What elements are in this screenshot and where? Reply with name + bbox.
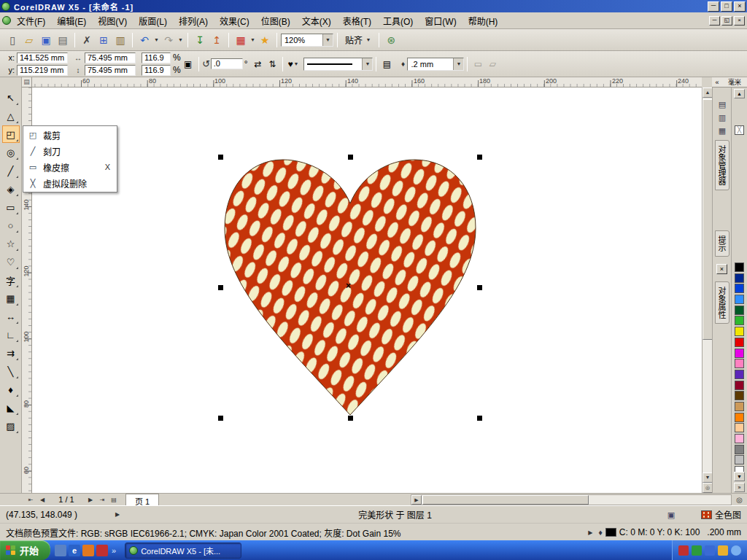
doc-close-button[interactable]: ×	[734, 16, 745, 26]
fill-swatch[interactable]	[701, 510, 712, 519]
open-button[interactable]: ▱	[21, 32, 37, 48]
welcome-screen-button[interactable]: ★	[257, 32, 273, 48]
text-tool[interactable]: 字	[2, 271, 20, 289]
menu-text[interactable]: 文本(X)	[296, 13, 337, 28]
scroll-down-button[interactable]: ▼	[703, 472, 713, 483]
color-swatch[interactable]	[735, 359, 744, 368]
redo-button[interactable]: ↷	[160, 32, 177, 48]
minimize-button[interactable]: －	[708, 1, 719, 12]
add-page-button[interactable]: ▤	[108, 494, 120, 505]
color-swatch[interactable]	[735, 273, 744, 283]
undo-button[interactable]: ↶	[136, 32, 152, 48]
app-launcher-dropdown[interactable]: ▼	[249, 37, 256, 42]
vertical-scrollbar[interactable]: ▲ ▼ ◎	[702, 88, 712, 493]
quick-launch-app-icon[interactable]	[96, 545, 108, 556]
object-height-field[interactable]: 75.495 mm	[85, 65, 136, 76]
shape-tool[interactable]: △	[2, 107, 20, 125]
basic-shapes-tool[interactable]: ♡	[2, 253, 20, 271]
color-swatch[interactable]	[735, 455, 744, 464]
navigator-button[interactable]: ◎	[703, 483, 713, 493]
selection-handle-top-right[interactable]	[477, 155, 482, 160]
menu-effects[interactable]: 效果(C)	[214, 13, 255, 28]
doc-minimize-button[interactable]: －	[709, 16, 720, 26]
scale-x-field[interactable]: 116.9	[142, 52, 171, 63]
docker-tab-icon-3[interactable]: ▦	[716, 124, 728, 136]
quick-pan-button[interactable]: ◎	[733, 494, 746, 505]
ellipse-tool[interactable]: ○	[2, 217, 20, 234]
color-swatch[interactable]	[735, 316, 744, 325]
x-position-field[interactable]: 141.525 mm	[17, 52, 68, 63]
scale-lock-button[interactable]: ▣	[181, 57, 196, 71]
vertical-scroll-thumb[interactable]	[703, 99, 713, 340]
freehand-tool[interactable]: ╱	[2, 162, 20, 179]
menu-help[interactable]: 帮助(H)	[462, 13, 504, 28]
next-page-button[interactable]: ▶	[85, 494, 96, 505]
outline-color-swatch[interactable]	[605, 528, 616, 537]
crop-tool[interactable]: ◰	[2, 125, 20, 143]
palette-scroll-down-button[interactable]: ▼	[734, 472, 745, 481]
rectangle-tool[interactable]: ▭	[2, 198, 20, 216]
y-position-field[interactable]: 115.219 mm	[17, 65, 68, 76]
horizontal-scroll-thumb[interactable]	[422, 495, 589, 505]
eyedropper-tool[interactable]: ╲	[2, 362, 20, 380]
rotation-angle-field[interactable]: .0	[211, 58, 243, 69]
tray-icon-1[interactable]	[678, 545, 689, 556]
mirror-vertical-button[interactable]: ⇅	[265, 57, 279, 71]
scroll-right-button[interactable]: ▶	[411, 495, 422, 505]
internet-explorer-icon[interactable]: e	[69, 545, 80, 556]
menu-file[interactable]: 文件(F)	[11, 13, 51, 28]
selection-handle-top-left[interactable]	[218, 155, 223, 160]
ruler-origin[interactable]: ▤	[22, 77, 32, 88]
document-icon[interactable]	[2, 16, 11, 25]
print-button[interactable]: ▤	[55, 32, 71, 48]
export-button[interactable]: ↥	[209, 32, 225, 48]
close-button[interactable]: ×	[734, 1, 746, 12]
docker-close-button[interactable]: ×	[716, 264, 727, 274]
color-swatch[interactable]	[735, 370, 744, 379]
coordinates-flyout-button[interactable]: ▶	[115, 511, 125, 518]
scale-y-field[interactable]: 116.9	[142, 65, 171, 76]
paste-button[interactable]: ▥	[112, 32, 128, 48]
color-swatch[interactable]	[735, 306, 744, 315]
wrap-text-button[interactable]: ▤	[379, 57, 394, 71]
menu-window[interactable]: 窗口(W)	[419, 13, 462, 28]
doc-restore-button[interactable]: ◱	[721, 16, 732, 26]
outline-width-select[interactable]: .2 mm ▼	[407, 58, 464, 71]
horizontal-ruler[interactable]: 60 80 100 120 140 160 180 200 220 240	[32, 77, 702, 88]
corel-task-button[interactable]: CorelDRAW X5 - [未...	[125, 542, 241, 559]
undo-dropdown[interactable]: ▼	[153, 37, 160, 42]
selection-handle-top-center[interactable]	[348, 155, 353, 160]
new-document-button[interactable]: ▯	[4, 32, 20, 48]
mirror-horizontal-button[interactable]: ⇄	[250, 57, 265, 71]
redo-dropdown[interactable]: ▼	[177, 37, 184, 42]
media-player-icon[interactable]	[82, 545, 94, 556]
last-page-button[interactable]: ⇥	[96, 494, 108, 505]
dimension-tool[interactable]: ↔	[2, 308, 20, 325]
smart-fill-tool[interactable]: ◈	[2, 180, 20, 198]
docker-tab-icon-1[interactable]: ▤	[716, 98, 728, 109]
color-swatch[interactable]	[735, 391, 744, 400]
cut-button[interactable]: ✗	[79, 32, 95, 48]
outline-pen-tool[interactable]: ♦	[2, 381, 20, 398]
outline-style-dropdown-icon[interactable]: ▼	[362, 58, 372, 70]
menu-table[interactable]: 表格(T)	[337, 13, 377, 28]
selection-handle-middle-right[interactable]	[477, 285, 482, 290]
zoom-level-select[interactable]: 120% ▼	[281, 34, 333, 47]
selection-handle-bottom-right[interactable]	[477, 416, 482, 421]
app-launcher-button[interactable]: ▦	[233, 32, 249, 48]
fill-tool[interactable]: ◣	[2, 399, 20, 416]
save-button[interactable]: ▣	[38, 32, 54, 48]
snap-to-dropdown[interactable]: 贴齐 ▼	[341, 32, 375, 48]
options-button[interactable]: ⊛	[383, 32, 399, 48]
polygon-tool[interactable]: ☆	[2, 235, 20, 252]
docker-collapse-button[interactable]: «	[712, 79, 722, 86]
first-page-button[interactable]: ⇤	[25, 494, 36, 505]
color-swatch[interactable]	[735, 381, 744, 390]
no-fill-swatch[interactable]: ╳	[735, 125, 744, 135]
start-button[interactable]: 开始	[0, 540, 50, 560]
selection-handle-bottom-center[interactable]	[348, 416, 353, 421]
docker-tab-hints[interactable]: 提示	[715, 230, 729, 257]
flyout-item-eraser[interactable]: ▭ 橡皮擦 X	[24, 159, 116, 175]
profile-flyout-button[interactable]: ▶	[588, 529, 598, 536]
interactive-fill-tool[interactable]: ▨	[2, 417, 20, 435]
